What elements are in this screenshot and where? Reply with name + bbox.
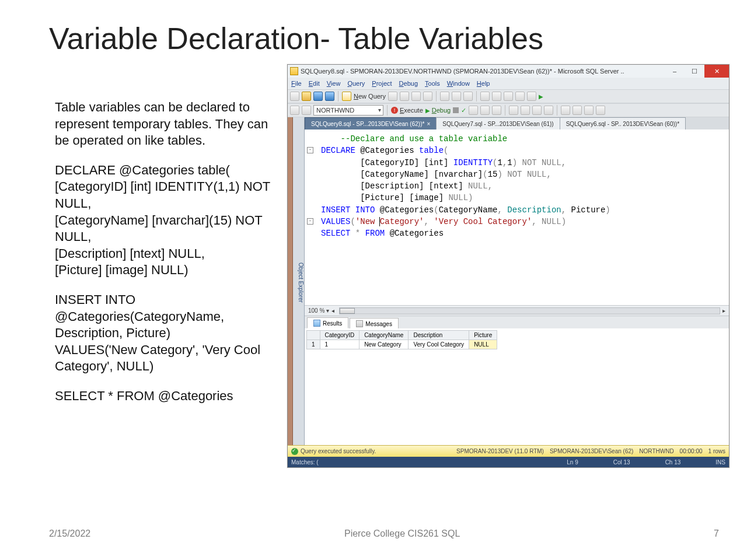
- chevron-right-icon[interactable]: ▸: [722, 307, 725, 314]
- toolbar-icon[interactable]: [400, 92, 409, 101]
- cell[interactable]: Very Cool Category: [409, 340, 469, 349]
- close-button[interactable]: ✕: [704, 65, 729, 78]
- col-header[interactable]: Description: [409, 331, 469, 340]
- toolbar-icon[interactable]: [290, 106, 299, 115]
- separator: [505, 105, 505, 116]
- code-line[interactable]: [CategoryID] [int] IDENTITY(1,1) NOT NUL…: [321, 157, 723, 169]
- col-header[interactable]: Picture: [469, 331, 497, 340]
- ssms-window: SQLQuery8.sql - SPMORAN-2013DEV.NORTHWND…: [287, 64, 729, 468]
- code-line[interactable]: [CategoryName] [nvarchar](15) NOT NULL,: [321, 169, 723, 180]
- code-line[interactable]: VALUES('New Category', 'Very Cool Catego…: [321, 216, 723, 228]
- object-explorer-handle[interactable]: [288, 117, 293, 445]
- tab-sqlquery6[interactable]: SQLQuery6.sql - SP.. 2013DEV\Sean (60))*: [560, 117, 686, 130]
- toolbar-icon[interactable]: [515, 92, 525, 101]
- code-token: @Categories: [375, 205, 434, 215]
- code-token: IDENTITY: [453, 158, 493, 167]
- code-line[interactable]: --Declare and use a table variable: [321, 133, 723, 145]
- toolbar-icon[interactable]: [302, 106, 311, 115]
- start-debug-button[interactable]: [539, 93, 543, 100]
- menu-window[interactable]: Window: [447, 80, 470, 87]
- h-scrollbar[interactable]: [339, 307, 720, 314]
- new-project-icon[interactable]: [290, 92, 299, 101]
- code-token: CategoryName: [439, 205, 498, 215]
- zoom-level[interactable]: 100 %: [308, 307, 324, 314]
- tab-results[interactable]: Results: [307, 317, 348, 328]
- indent-icon[interactable]: [561, 106, 570, 115]
- undo-icon[interactable]: [480, 92, 490, 101]
- col-header[interactable]: CategoryName: [359, 331, 409, 340]
- code-line[interactable]: DECLARE @Categories table(: [321, 145, 723, 156]
- database-combo[interactable]: NORTHWND: [313, 105, 383, 116]
- object-explorer-tab[interactable]: Object Explorer: [293, 117, 305, 445]
- table-header-row: CategoryID CategoryName Description Pict…: [307, 331, 497, 340]
- menu-query[interactable]: Query: [347, 80, 365, 87]
- open-icon[interactable]: [302, 92, 311, 101]
- table-row[interactable]: 1 1 New Category Very Cool Category NULL: [307, 340, 497, 349]
- debug-button[interactable]: Debug: [425, 107, 451, 114]
- chevron-down-icon[interactable]: ▾: [326, 307, 329, 314]
- toolbar-icon[interactable]: [480, 106, 490, 115]
- status-time: 00:00:00: [680, 448, 703, 454]
- toolbar-icon[interactable]: [527, 92, 536, 101]
- cell-null[interactable]: NULL: [469, 340, 497, 349]
- code-token: (: [434, 205, 438, 215]
- menu-debug[interactable]: Debug: [399, 80, 418, 87]
- copy-icon[interactable]: [452, 92, 461, 101]
- minimize-button[interactable]: –: [665, 65, 685, 78]
- tab-sqlquery8[interactable]: SQLQuery8.sql - SP...2013DEV\Sean (62))*…: [305, 117, 437, 130]
- menu-view[interactable]: View: [327, 80, 341, 87]
- redo-icon[interactable]: [492, 92, 501, 101]
- new-query-button[interactable]: NNew Queryew Query: [342, 92, 386, 101]
- outline-toggle-icon[interactable]: -: [307, 147, 313, 153]
- toolbar-icon[interactable]: [411, 92, 421, 101]
- toolbar-icon[interactable]: [469, 106, 478, 115]
- toolbar-icon[interactable]: [532, 106, 542, 115]
- code-line[interactable]: [Description] [ntext] NULL,: [321, 180, 723, 192]
- code-token: VALUES: [321, 217, 350, 226]
- stop-icon[interactable]: [453, 107, 459, 113]
- code-line[interactable]: [Picture] [image] NULL): [321, 192, 723, 204]
- uncomment-icon[interactable]: [596, 106, 605, 115]
- sql-editor[interactable]: -- --Declare and use a table variableDEC…: [305, 130, 729, 305]
- code-line[interactable]: INSERT INTO @Categories(CategoryName, De…: [321, 204, 723, 216]
- toolbar-icon[interactable]: [492, 106, 501, 115]
- row-number: 1: [307, 340, 320, 349]
- toolbar-icon[interactable]: [388, 92, 397, 101]
- chevron-left-icon[interactable]: ◂: [331, 307, 334, 314]
- cell[interactable]: 1: [320, 340, 359, 349]
- toolbar-icon[interactable]: [423, 92, 432, 101]
- maximize-button[interactable]: ☐: [685, 65, 704, 78]
- save-all-icon[interactable]: [325, 92, 334, 101]
- menu-help[interactable]: Help: [477, 80, 490, 87]
- outdent-icon[interactable]: [573, 106, 582, 115]
- code-token: (: [483, 170, 487, 179]
- toolbar-icon[interactable]: [504, 92, 513, 101]
- code-token: 'New: [355, 217, 380, 226]
- toolbar-icon[interactable]: [544, 106, 553, 115]
- toolbar-icon[interactable]: [521, 106, 530, 115]
- execute-button[interactable]: ! Execute: [391, 107, 423, 114]
- tab-sqlquery7[interactable]: SQLQuery7.sql - SP...2013DEV\Sean (61)): [436, 117, 560, 130]
- outline-toggle-icon[interactable]: -: [307, 218, 313, 225]
- cut-icon[interactable]: [440, 92, 449, 101]
- tab-messages[interactable]: Messages: [350, 318, 399, 328]
- toolbar-icon[interactable]: [509, 106, 518, 115]
- menu-edit[interactable]: Edit: [309, 80, 320, 87]
- parse-icon[interactable]: ✓: [461, 107, 466, 114]
- paste-icon[interactable]: [463, 92, 473, 101]
- debug-label: Debug: [432, 107, 451, 114]
- menu-tools[interactable]: Tools: [425, 80, 440, 87]
- save-icon[interactable]: [313, 92, 323, 101]
- close-icon[interactable]: ×: [427, 121, 430, 127]
- col-header[interactable]: CategoryID: [320, 331, 359, 340]
- results-grid[interactable]: CategoryID CategoryName Description Pict…: [305, 328, 729, 445]
- execute-icon: !: [391, 107, 398, 114]
- status-ok: Query executed successfully.: [291, 448, 376, 455]
- window-titlebar[interactable]: SQLQuery8.sql - SPMORAN-2013DEV.NORTHWND…: [288, 65, 729, 78]
- comment-icon[interactable]: [584, 106, 594, 115]
- menu-project[interactable]: Project: [372, 80, 392, 87]
- scroll-thumb[interactable]: [340, 308, 355, 314]
- code-line[interactable]: SELECT * FROM @Categories: [321, 228, 723, 239]
- cell[interactable]: New Category: [359, 340, 409, 349]
- menu-file[interactable]: File: [291, 80, 302, 87]
